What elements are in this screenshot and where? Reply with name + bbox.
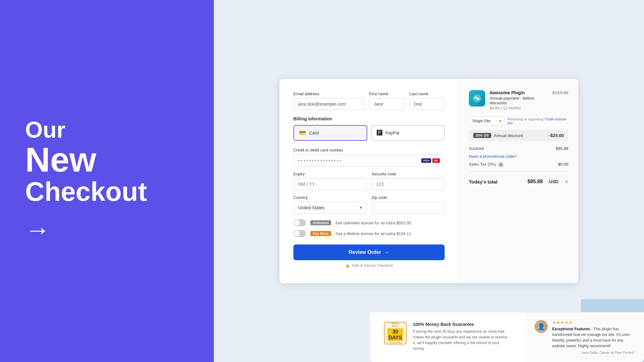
zip-group: Zip code [372,195,445,214]
review-order-button[interactable]: Review Order → [293,244,445,260]
visa-icon: VISA [421,158,431,163]
firstname-input[interactable] [369,98,404,110]
reviewer-avatar: 👤 [535,320,548,333]
checkout-card: Email address First name Last name Billi… [280,79,578,283]
badge-back: BACK [392,325,398,327]
email-input[interactable] [293,98,364,110]
product-icon [469,90,485,107]
paypal-tab-icon: 🅿 [377,130,382,136]
review-stars: ★★★★★ [552,320,634,325]
zip-label: Zip code [372,195,445,200]
total-label: Today's total [469,179,497,184]
card-tab-label: Card [309,130,319,135]
card-dots: • • • • • • • • • • • • • • • • [298,158,341,163]
lastname-group: Last name [409,91,445,110]
expiry-security-row: Expiry Security code [293,172,445,190]
product-plan: Annual payment - before discounts [490,96,548,105]
country-label: Country [293,195,367,200]
review-btn-arrow: → [384,250,389,255]
card-number-field[interactable]: • • • • • • • • • • • • • • • • VISA MC [293,155,445,167]
product-row: Awesome Plugin Annual payment - before d… [469,90,568,110]
expiry-group: Expiry [293,172,367,190]
payonce-toggle[interactable] [293,230,306,237]
unlimited-toggle-row: Unlimited Get unlimited license for an e… [293,219,445,226]
toggle-options: Unlimited Get unlimited license for an e… [293,219,445,237]
money-back-desc: If during the next 30 days you experienc… [413,329,511,351]
license-row: Single Site 3 Sites 5 Sites Unlimited Si… [469,117,568,125]
zip-input[interactable] [372,202,445,214]
subtotal-row: Subtotal $95.88 [469,146,568,151]
paypal-tab-label: PayPal [386,130,399,135]
country-group: Country United States Canada United King… [293,195,367,214]
security-label: Security code [372,172,445,176]
unlimited-toggle[interactable] [293,219,306,226]
security-group: Security code [372,172,445,190]
card-tab-icon: 💳 [299,129,306,136]
review-bold: Exceptional Features [552,327,590,331]
review-text: Exceptional Features - This plugin has t… [552,326,634,349]
card-icons: VISA MC [421,158,440,163]
country-select-wrap: United States Canada United Kingdom Aust… [293,202,367,214]
payonce-toggle-row: Pay Once Get a lifetime license for an e… [293,230,445,237]
payment-methods: 💳 Card 🅿 PayPal [293,125,445,141]
country-select[interactable]: United States Canada United Kingdom Aust… [293,202,367,214]
secure-text: Safe & Secure Checkout [352,263,393,268]
right-panel: Email address First name Last name Billi… [214,0,644,362]
lastname-input[interactable] [409,98,445,110]
review-content: ★★★★★ Exceptional Features - This plugin… [552,320,634,354]
bottom-strip: MONEY BACK 30DAYS GUARANTEED 100% Money … [370,312,644,362]
card-number-label: Credit or debit card number [293,148,343,152]
hero-text: Our New Checkout → [25,118,189,245]
email-label: Email address [293,91,364,96]
tax-help-icon[interactable]: ? [499,162,503,167]
renew-link-text: Renewing or upgrading? Enter license key [508,117,568,125]
hero-arrow: → [25,216,189,244]
review-section: 👤 ★★★★★ Exceptional Features - This plug… [525,312,644,362]
currency-arrow: ▼ [565,180,568,184]
unlimited-desc: Get unlimited license for an extra $552.… [336,221,411,225]
currency-select[interactable]: USD EUR GBP [545,176,563,187]
discount-label: Annual discount [494,133,523,138]
card-fields: Credit or debit card number • • • • • • … [293,147,445,190]
money-back-badge: MONEY BACK 30DAYS GUARANTEED [384,322,407,344]
product-price-per: $9.99 x 12 months [490,106,548,110]
tax-value: $0.00 [558,162,568,167]
subtotal-label: Subtotal [469,146,484,151]
card-tab[interactable]: 💳 Card [293,125,367,141]
product-info: Awesome Plugin Annual payment - before d… [490,90,548,110]
form-section: Email address First name Last name Billi… [280,79,459,283]
billing-info-label: Billing information [293,116,445,121]
unlimited-badge: Unlimited [310,220,331,225]
payonce-badge: Pay Once [310,231,331,236]
badge-top: MONEY [391,322,399,325]
money-back-text: 100% Money Back Guarantee If during the … [413,322,511,351]
firstname-group: First name [369,91,404,110]
badge-bottom: GUARANTEED [389,342,402,344]
hero-panel: Our New Checkout → [0,0,214,362]
hero-line3: Checkout [25,177,189,206]
review-btn-label: Review Order [349,250,381,255]
payonce-desc: Get a lifetime license for an extra $194… [336,231,411,236]
money-back-title: 100% Money Back Guarantee [413,322,511,327]
paypal-tab[interactable]: 🅿 PayPal [371,125,445,141]
firstname-label: First name [369,91,404,96]
discount-amount: -$24.00 [549,133,564,138]
security-input[interactable] [372,178,445,190]
order-summary: Awesome Plugin Annual payment - before d… [459,79,578,283]
badge-days: 30DAYS [387,328,403,341]
hero-line2: New [25,142,189,177]
product-original-price: $119.88 [552,90,568,95]
svg-point-1 [476,97,478,100]
hero-line1: Our [25,118,189,142]
expiry-input[interactable] [293,178,367,190]
tax-label: Sales Tax (0%) ? [469,162,503,167]
email-group: Email address [293,91,364,110]
license-select[interactable]: Single Site 3 Sites 5 Sites Unlimited Si… [469,117,504,125]
license-select-wrap: Single Site 3 Sites 5 Sites Unlimited Si… [469,117,504,125]
contact-fields-row: Email address First name Last name [293,91,445,110]
promo-code-link[interactable]: Have a promotional code? [469,154,568,159]
subtotal-value: $95.88 [556,146,568,151]
discount-row: 20% Off Annual discount -$24.00 [469,130,568,141]
total-amount: $95.88 USD EUR GBP ▼ [527,176,568,187]
lock-icon: 🔒 [345,263,350,268]
